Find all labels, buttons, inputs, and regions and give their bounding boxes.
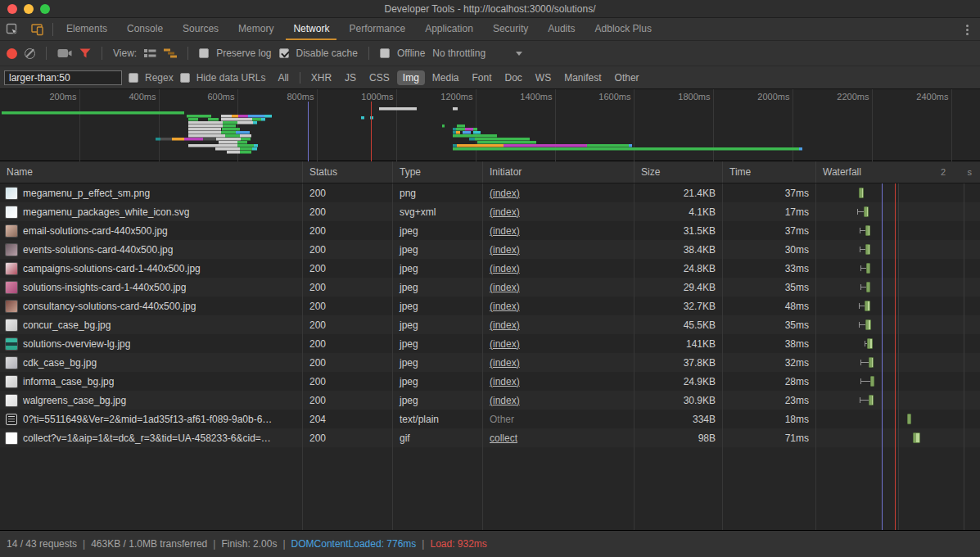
request-initiator[interactable]: (index) xyxy=(490,338,520,350)
filter-type-ws[interactable]: WS xyxy=(530,70,557,85)
kebab-menu-icon[interactable] xyxy=(959,18,975,41)
request-size: 30.9KB xyxy=(635,391,723,410)
table-row[interactable]: 0?ti=5511649&Ver=2&mid=1ad35f13-af61-f08… xyxy=(0,410,980,428)
tab-console[interactable]: Console xyxy=(120,18,170,40)
request-size: 24.8KB xyxy=(635,259,723,278)
tab-elements[interactable]: Elements xyxy=(59,18,115,40)
filter-type-css[interactable]: CSS xyxy=(364,70,395,85)
hide-data-urls-checkbox[interactable] xyxy=(180,73,190,83)
waterfall-bar[interactable] xyxy=(866,263,870,274)
request-initiator[interactable]: (index) xyxy=(490,395,520,406)
throttling-select[interactable]: No throttling xyxy=(432,48,485,59)
waterfall-bar[interactable] xyxy=(870,376,874,387)
table-row[interactable]: campaigns-solutions-card-1-440x500.jpg20… xyxy=(0,259,980,278)
table-row[interactable]: events-solutions-card-440x500.jpg200jpeg… xyxy=(0,240,980,259)
disable-cache-checkbox[interactable] xyxy=(279,48,289,58)
table-row[interactable]: walgreens_case_bg.jpg200jpeg(index)30.9K… xyxy=(0,391,980,410)
device-toolbar-icon[interactable] xyxy=(25,18,49,40)
column-header-initiator[interactable]: Initiator xyxy=(483,161,635,183)
throttling-dropdown-arrow[interactable] xyxy=(516,52,522,56)
table-row[interactable]: megamenu_packages_white_icon.svg200svg+x… xyxy=(0,202,980,221)
filter-icon[interactable] xyxy=(79,48,91,58)
table-row[interactable]: megamenu_p_effect_sm.png200png(index)21.… xyxy=(0,183,980,202)
table-filler xyxy=(0,447,980,530)
column-header-name[interactable]: Name xyxy=(0,161,303,183)
regex-checkbox[interactable] xyxy=(129,73,138,83)
tabbar-separator xyxy=(52,23,53,36)
waterfall-view-icon[interactable] xyxy=(164,48,177,58)
tab-security[interactable]: Security xyxy=(485,18,535,40)
waterfall-bar[interactable] xyxy=(869,395,874,405)
tab-memory[interactable]: Memory xyxy=(231,18,281,40)
traffic-light-close[interactable] xyxy=(7,4,17,14)
table-row[interactable]: email-solutions-card-440x500.jpg200jpeg(… xyxy=(0,221,980,240)
traffic-light-zoom[interactable] xyxy=(40,4,50,14)
clear-icon[interactable] xyxy=(25,48,35,59)
tab-application[interactable]: Application xyxy=(418,18,481,40)
request-initiator[interactable]: (index) xyxy=(490,376,520,387)
request-initiator[interactable]: (index) xyxy=(490,282,520,293)
waterfall-bar[interactable] xyxy=(864,206,869,217)
filter-type-all[interactable]: All xyxy=(272,70,294,85)
waterfall-bar[interactable] xyxy=(913,432,920,443)
svg-text:200ms: 200ms xyxy=(49,92,77,102)
filter-type-media[interactable]: Media xyxy=(427,70,465,85)
request-name: cdk_case_bg.jpg xyxy=(23,357,97,369)
request-initiator[interactable]: (index) xyxy=(490,319,520,331)
waterfall-bar[interactable] xyxy=(859,188,864,198)
filter-type-other[interactable]: Other xyxy=(609,70,645,85)
request-initiator[interactable]: (index) xyxy=(490,244,520,256)
column-header-time[interactable]: Time xyxy=(723,161,816,183)
traffic-light-minimize[interactable] xyxy=(24,4,34,14)
traffic-lights[interactable] xyxy=(7,4,50,14)
filter-type-doc[interactable]: Doc xyxy=(499,70,528,85)
column-header-waterfall[interactable]: Waterfall 2 s xyxy=(816,161,980,183)
waterfall-bar[interactable] xyxy=(869,357,874,368)
tab-adblock-plus[interactable]: Adblock Plus xyxy=(588,18,659,40)
column-header-size[interactable]: Size xyxy=(635,161,723,183)
request-initiator[interactable]: (index) xyxy=(490,301,520,312)
network-overview-timeline[interactable]: 200ms400ms600ms800ms1000ms1200ms1400ms16… xyxy=(0,89,980,161)
table-row[interactable]: cdk_case_bg.jpg200jpeg(index)37.8KB32ms xyxy=(0,353,980,372)
filter-type-img[interactable]: Img xyxy=(397,70,425,85)
request-type: jpeg xyxy=(393,259,483,278)
screenshot-capture-icon[interactable] xyxy=(57,48,72,58)
table-row[interactable]: concur_case_bg.jpg200jpeg(index)45.5KB35… xyxy=(0,315,980,334)
request-initiator[interactable]: (index) xyxy=(490,357,520,369)
file-thumbnail-icon xyxy=(6,188,17,199)
inspect-element-icon[interactable] xyxy=(0,18,25,40)
waterfall-bar[interactable] xyxy=(865,244,870,255)
table-row[interactable]: solutions-overview-lg.jpg200jpeg(index)1… xyxy=(0,334,980,353)
preserve-log-checkbox[interactable] xyxy=(199,48,209,58)
table-row[interactable]: solutions-insights-card-1-440x500.jpg200… xyxy=(0,278,980,297)
request-initiator[interactable]: (index) xyxy=(490,206,520,218)
waterfall-bar[interactable] xyxy=(865,319,871,330)
filter-type-manifest[interactable]: Manifest xyxy=(558,70,607,85)
column-header-type[interactable]: Type xyxy=(393,161,483,183)
table-row[interactable]: informa_case_bg.jpg200jpeg(index)24.9KB2… xyxy=(0,372,980,391)
tab-performance[interactable]: Performance xyxy=(341,18,413,40)
record-button[interactable] xyxy=(7,48,17,59)
request-initiator[interactable]: collect xyxy=(490,432,517,444)
table-row[interactable]: consultancy-solutions-card-440x500.jpg20… xyxy=(0,297,980,315)
request-initiator[interactable]: (index) xyxy=(490,188,520,199)
file-thumbnail-icon xyxy=(6,206,17,218)
waterfall-bar[interactable] xyxy=(865,301,870,311)
request-initiator[interactable]: (index) xyxy=(490,263,520,274)
filter-type-js[interactable]: JS xyxy=(339,70,362,85)
table-row[interactable]: collect?v=1&aip=1&t=dc&_r=3&tid=UA-45823… xyxy=(0,428,980,447)
column-header-status[interactable]: Status xyxy=(303,161,393,183)
tab-audits[interactable]: Audits xyxy=(540,18,582,40)
filter-input[interactable] xyxy=(4,70,122,85)
offline-checkbox[interactable] xyxy=(380,48,390,58)
waterfall-bar[interactable] xyxy=(907,414,911,424)
waterfall-bar[interactable] xyxy=(867,338,873,349)
waterfall-bar[interactable] xyxy=(866,282,870,292)
filter-type-font[interactable]: Font xyxy=(467,70,498,85)
tab-sources[interactable]: Sources xyxy=(175,18,226,40)
request-initiator[interactable]: (index) xyxy=(490,225,520,237)
filter-type-xhr[interactable]: XHR xyxy=(305,70,337,85)
list-view-icon[interactable] xyxy=(144,48,156,58)
waterfall-bar[interactable] xyxy=(865,225,870,236)
tab-network[interactable]: Network xyxy=(286,18,336,40)
